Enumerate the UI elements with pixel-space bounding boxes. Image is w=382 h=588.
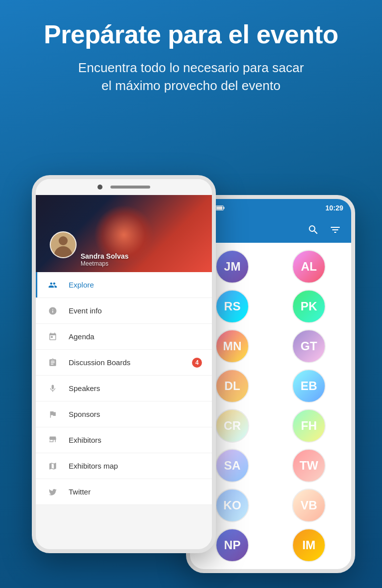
discussion-badge: 4 xyxy=(192,358,202,368)
menu-item-speakers[interactable]: Speakers xyxy=(36,376,212,401)
svg-rect-5 xyxy=(223,207,224,209)
header-section: Prepárate para el evento Encuentra todo … xyxy=(0,0,382,110)
menu-item-agenda[interactable]: Agenda xyxy=(36,324,212,350)
avatar xyxy=(50,231,77,258)
menu-item-discussion-boards[interactable]: Discussion Boards 4 xyxy=(36,350,212,376)
avatar: JM xyxy=(215,250,249,284)
speaker-bar xyxy=(110,186,150,189)
info-icon xyxy=(46,304,60,318)
search-icon[interactable] xyxy=(307,224,319,236)
menu-item-explore[interactable]: Explore xyxy=(36,272,212,298)
main-title: Prepárate para el evento xyxy=(30,20,352,50)
avatar: SA xyxy=(215,449,249,483)
exhibitors-label: Exhibitors xyxy=(69,436,202,444)
avatar: EB xyxy=(292,369,326,403)
sponsors-label: Sponsors xyxy=(69,410,202,418)
avatar: MN xyxy=(215,329,249,363)
profile-company: Meetmaps xyxy=(81,260,129,267)
status-time: 10:29 xyxy=(325,204,343,212)
list-item[interactable]: EB xyxy=(271,366,347,406)
avatar: VB xyxy=(292,489,326,522)
menu-item-twitter[interactable]: Twitter xyxy=(36,479,212,505)
active-indicator xyxy=(36,272,37,297)
explore-label: Explore xyxy=(69,281,202,289)
avatar: NP xyxy=(215,528,249,562)
menu-item-sponsors[interactable]: Sponsors xyxy=(36,401,212,427)
profile-name: Sandra Solvas xyxy=(81,252,129,260)
profile-info: Sandra Solvas Meetmaps xyxy=(81,252,129,267)
avatar: TW xyxy=(292,449,326,483)
avatar: GT xyxy=(292,329,326,363)
calendar-icon xyxy=(46,330,60,344)
list-item[interactable]: PK xyxy=(271,287,347,326)
menu-item-exhibitors-map[interactable]: Exhibitors map xyxy=(36,453,212,479)
list-item[interactable]: VB xyxy=(271,486,347,525)
list-item[interactable]: FH xyxy=(271,406,347,446)
avatar: FH xyxy=(292,409,326,443)
twitter-label: Twitter xyxy=(69,488,202,496)
svg-rect-6 xyxy=(216,206,222,210)
store-icon xyxy=(46,433,60,447)
menu-item-event-info[interactable]: Event info xyxy=(36,298,212,324)
discussion-boards-label: Discussion Boards xyxy=(69,358,192,367)
mic-icon xyxy=(46,382,60,395)
avatar: CR xyxy=(215,409,249,443)
event-info-label: Event info xyxy=(69,306,202,315)
list-item[interactable]: IM xyxy=(271,525,347,565)
flag-icon xyxy=(46,407,60,421)
twitter-icon xyxy=(46,485,60,499)
sub-title: Encuentra todo lo necesario para sacar e… xyxy=(30,59,352,95)
avatar: AL xyxy=(292,250,326,284)
avatar: RS xyxy=(215,290,249,323)
avatar: PK xyxy=(292,290,326,323)
avatar: KO xyxy=(215,489,249,522)
profile-banner: Sandra Solvas Meetmaps xyxy=(36,195,212,272)
avatar: IM xyxy=(292,528,326,562)
people-icon xyxy=(46,278,60,292)
menu-item-exhibitors[interactable]: Exhibitors xyxy=(36,427,212,453)
filter-icon[interactable] xyxy=(329,224,341,236)
list-item[interactable]: AL xyxy=(271,247,347,287)
notch-area xyxy=(36,179,212,195)
list-item[interactable]: TW xyxy=(271,446,347,486)
list-item[interactable]: GT xyxy=(271,326,347,366)
phone-left: Sandra Solvas Meetmaps Explore Event inf… xyxy=(32,175,216,553)
clipboard-icon xyxy=(46,356,60,370)
avatar: DL xyxy=(215,369,249,403)
camera-dot xyxy=(97,185,102,190)
agenda-label: Agenda xyxy=(69,332,202,341)
speakers-label: Speakers xyxy=(69,384,202,392)
menu-list: Explore Event info Agenda xyxy=(36,272,212,505)
exhibitors-map-label: Exhibitors map xyxy=(69,462,202,470)
map-icon xyxy=(46,459,60,473)
phone-wrapper: Sandra Solvas Meetmaps Explore Event inf… xyxy=(22,175,360,588)
